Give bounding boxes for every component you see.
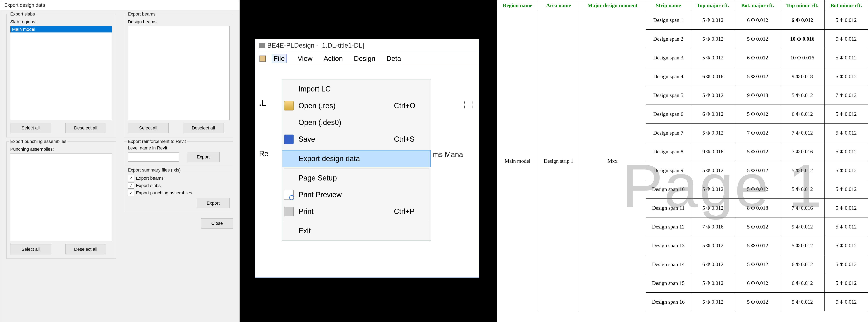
cell-strip: Design span 8 <box>646 142 691 161</box>
checkbox-label-export-beams: Export beams <box>136 176 164 181</box>
menu-bar: File View Action Design Deta <box>255 52 479 65</box>
cell-strip: Design span 14 <box>646 255 691 274</box>
cell-top-major: 5 Φ 0.012 <box>691 86 735 105</box>
menu-item-label: Exit <box>299 227 394 235</box>
cell-top-minor: 5 Φ 0.012 <box>780 86 824 105</box>
listbox-design-beams[interactable] <box>128 26 230 120</box>
cell-top-minor: 6 Φ 0.012 <box>780 274 824 293</box>
deselect-all-punching-button[interactable]: Deselect all <box>65 244 106 255</box>
deselect-all-beams-button[interactable]: Deselect all <box>183 123 224 133</box>
cell-bot-minor: 5 Φ 0.012 <box>825 161 868 180</box>
listbox-slab-regions[interactable]: Main model <box>10 26 112 120</box>
menu-item-exit[interactable]: Exit <box>282 223 431 239</box>
menu-design[interactable]: Design <box>354 55 375 62</box>
select-all-punching-button[interactable]: Select all <box>10 244 51 255</box>
cell-top-major: 7 Φ 0.016 <box>691 217 735 236</box>
menu-item-label: Open (.des0) <box>299 118 394 127</box>
checkbox-export-slabs[interactable] <box>128 182 134 189</box>
cell-bot-minor: 5 Φ 0.012 <box>825 274 868 293</box>
group-export-slabs: Export slabs Slab regions: Main model Se… <box>6 14 116 138</box>
level-name-revit-input[interactable] <box>128 152 179 162</box>
menu-item-shortcut: Ctrl+O <box>394 101 429 110</box>
label-level-name-revit: Level name in Revit: <box>128 145 230 151</box>
menu-separator <box>284 149 429 149</box>
listbox-punching[interactable] <box>10 153 112 241</box>
cell-top-minor: 5 Φ 0.012 <box>780 236 824 255</box>
cell-bot-minor: 5 Φ 0.012 <box>825 49 868 67</box>
selection-box-icon[interactable] <box>464 100 473 110</box>
menu-item-open-res[interactable]: Open (.res) Ctrl+O <box>282 97 431 114</box>
menu-item-open-des0[interactable]: Open (.des0) <box>282 114 431 131</box>
cell-strip: Design span 3 <box>646 49 691 67</box>
design-output-table: Region name Area name Major design momen… <box>497 0 868 312</box>
menu-file[interactable]: File <box>272 54 287 63</box>
menu-item-import-lc[interactable]: Import LC <box>282 81 431 97</box>
list-item[interactable]: Main model <box>10 26 112 32</box>
cell-bot-minor: 5 Φ 0.012 <box>825 180 868 199</box>
menu-item-shortcut: Ctrl+P <box>394 207 429 216</box>
system-box-icon[interactable] <box>259 56 266 62</box>
menu-item-save[interactable]: Save Ctrl+S <box>282 131 431 148</box>
menu-item-print-preview[interactable]: Print Preview <box>282 186 431 203</box>
menu-item-label: Export design data <box>299 154 394 163</box>
cell-strip: Design span 9 <box>646 161 691 180</box>
select-all-beams-button[interactable]: Select all <box>128 123 169 133</box>
app-icon <box>259 43 265 49</box>
cell-top-minor: 5 Φ 0.012 <box>780 161 824 180</box>
cell-top-minor: 7 Φ 0.012 <box>780 123 824 142</box>
cell-bot-major: 5 Φ 0.012 <box>735 161 780 180</box>
export-summary-button[interactable]: Export <box>197 198 229 208</box>
group-export-summary: Export summary files (.xls) Export beams… <box>124 170 234 212</box>
cell-strip: Design span 2 <box>646 30 691 49</box>
toolbar-right-icons <box>464 100 473 110</box>
label-design-beams: Design beams: <box>128 19 230 25</box>
menu-action[interactable]: Action <box>323 55 343 62</box>
cell-bot-major: 5 Φ 0.012 <box>735 105 780 123</box>
legend-export-revit: Export reinforcement to Revit <box>127 139 187 144</box>
cell-top-major: 5 Φ 0.012 <box>691 11 735 30</box>
menu-item-page-setup[interactable]: Page Setup <box>282 170 431 186</box>
menu-item-print[interactable]: Print Ctrl+P <box>282 203 431 220</box>
cell-bot-major: 6 Φ 0.012 <box>735 274 780 293</box>
blank-icon <box>284 84 293 94</box>
file-menu-dropdown: Import LC Open (.res) Ctrl+O Open (.des0… <box>282 79 431 241</box>
cell-strip: Design span 7 <box>646 123 691 142</box>
cell-top-minor: 5 Φ 0.012 <box>780 293 824 312</box>
menu-item-label: Print Preview <box>299 191 394 199</box>
menu-view[interactable]: View <box>298 55 312 62</box>
cell-top-minor: 6 Φ 0.012 <box>780 105 824 123</box>
cell-bot-major: 5 Φ 0.012 <box>735 255 780 274</box>
cell-top-minor: 10 Φ 0.016 <box>780 30 824 49</box>
menu-item-export-design-data[interactable]: Export design data <box>282 150 431 167</box>
cell-moment: Mxx <box>579 11 646 312</box>
select-all-slabs-button[interactable]: Select all <box>10 123 51 133</box>
cell-bot-major: 5 Φ 0.012 <box>735 236 780 255</box>
menu-deta[interactable]: Deta <box>386 55 401 62</box>
th-major-moment: Major design moment <box>579 0 646 11</box>
export-revit-button[interactable]: Export <box>187 152 220 162</box>
save-disk-icon <box>284 135 293 144</box>
cell-strip: Design span 4 <box>646 67 691 86</box>
cell-bot-major: 5 Φ 0.012 <box>735 67 780 86</box>
checkbox-export-punching[interactable] <box>128 190 134 196</box>
cell-strip: Design span 15 <box>646 274 691 293</box>
print-preview-icon <box>284 190 293 200</box>
cell-strip: Design span 10 <box>646 180 691 199</box>
cell-top-major: 5 Φ 0.012 <box>691 180 735 199</box>
th-region-name: Region name <box>497 0 538 11</box>
cell-bot-major: 5 Φ 0.012 <box>735 30 780 49</box>
th-area-name: Area name <box>538 0 579 11</box>
cell-bot-minor: 5 Φ 0.012 <box>825 11 868 30</box>
close-button[interactable]: Close <box>201 218 234 229</box>
printer-icon <box>284 207 293 216</box>
cell-region: Main model <box>497 11 538 312</box>
table-row: Main modelDesign strip 1MxxDesign span 1… <box>497 11 868 30</box>
group-export-beams: Export beams Design beams: Select all De… <box>124 14 234 138</box>
cell-bot-minor: 7 Φ 0.012 <box>825 86 868 105</box>
th-top-minor-rft: Top minor rft. <box>780 0 824 11</box>
checkbox-export-beams[interactable] <box>128 175 134 181</box>
cell-strip: Design span 5 <box>646 86 691 105</box>
deselect-all-slabs-button[interactable]: Deselect all <box>65 123 106 133</box>
cell-top-major: 6 Φ 0.016 <box>691 67 735 86</box>
cell-top-major: 6 Φ 0.012 <box>691 255 735 274</box>
